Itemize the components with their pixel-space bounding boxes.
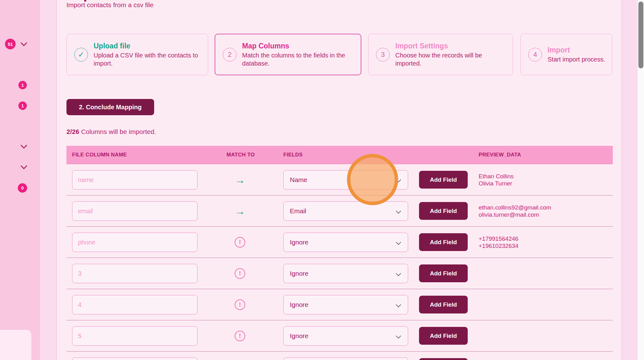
add-field-button[interactable]: Add Field: [419, 202, 468, 220]
arrow-right-icon: →: [235, 206, 245, 216]
bottom-left-panel: [0, 329, 32, 360]
file-column-name-input[interactable]: [72, 326, 198, 346]
table-row: →NameAdd FieldEthan CollinsOlivia Turner: [66, 164, 613, 195]
preview-line: Ethan Collins: [479, 173, 514, 180]
conclude-mapping-button[interactable]: 2. Conclude Mapping: [66, 99, 154, 115]
file-column-name-input[interactable]: [72, 233, 198, 252]
preview-line: ethan.collins92@gmail.com: [479, 204, 551, 211]
file-column-name-input[interactable]: [72, 264, 198, 283]
chevron-down-icon[interactable]: [21, 163, 27, 169]
warning-icon: !: [235, 299, 245, 310]
step-title: Upload file: [94, 42, 202, 50]
step-number-icon: 3: [376, 48, 390, 62]
field-select[interactable]: Ignore: [283, 264, 408, 283]
field-select-value: Ignore: [290, 239, 309, 246]
table-row: !IgnoreAdd Field: [66, 320, 613, 352]
table-row: !IgnoreAdd Field: [66, 289, 613, 320]
table-row: !IgnoreAdd Field+17991564246+19610232634: [66, 227, 613, 258]
header-fields: FIELDS: [283, 152, 303, 158]
chevron-down-icon[interactable]: [21, 142, 27, 149]
mapping-table-header: FILE COLUMN NAME MATCH TO FIELDS PREVIEW…: [66, 146, 613, 164]
table-row: !IgnoreAdd Field: [66, 258, 613, 289]
chevron-down-icon: [396, 177, 401, 183]
step-title: Map Columns: [242, 42, 355, 50]
field-select-value: Name: [290, 176, 307, 184]
import-wizard-panel: Import contacts Import contacts from a c…: [56, 0, 622, 360]
header-file-column-name: FILE COLUMN NAME: [72, 152, 127, 158]
chevron-down-icon: [396, 209, 401, 214]
columns-progress-text: 2/26Columns will be imported.: [66, 128, 156, 136]
field-select[interactable]: Email: [283, 201, 408, 221]
file-column-name-input[interactable]: [72, 170, 198, 190]
preview-data: ethan.collins92@gmail.comolivia.turner@m…: [479, 204, 551, 218]
sidebar-count-badge[interactable]: 51: [5, 39, 16, 49]
step-title: Import Settings: [395, 42, 507, 50]
page-subtitle: Import contacts from a csv file: [66, 1, 154, 9]
field-select[interactable]: [283, 358, 408, 360]
header-match-to: MATCH TO: [227, 152, 255, 158]
mapping-table-body: →NameAdd FieldEthan CollinsOlivia Turner…: [66, 164, 613, 360]
vertical-scrollbar[interactable]: [638, 0, 644, 360]
add-field-button[interactable]: Add Field: [419, 171, 468, 189]
preview-line: +17991564246: [479, 235, 518, 242]
field-select[interactable]: Ignore: [283, 326, 408, 346]
field-select-value: Email: [290, 207, 306, 215]
add-field-button[interactable]: Add Field: [419, 327, 468, 345]
field-select-value: Ignore: [290, 270, 309, 277]
step-description: Match the columns to the fields in the d…: [242, 51, 355, 67]
preview-line: olivia.turner@mail.com: [479, 211, 551, 218]
arrow-right-icon: →: [235, 175, 245, 185]
step-card-import[interactable]: 4 Import Start import process.: [520, 34, 612, 75]
add-field-button[interactable]: Add Field: [419, 233, 468, 251]
chevron-down-icon: [396, 333, 401, 339]
step-description: Choose how the records will be imported.: [395, 51, 507, 67]
check-icon: ✓: [74, 48, 88, 62]
field-select-value: Ignore: [290, 301, 309, 308]
match-warning-icon: !: [234, 298, 246, 311]
field-select[interactable]: Ignore: [283, 295, 408, 314]
preview-data: Ethan CollinsOlivia Turner: [479, 173, 514, 187]
sidebar-count-badge[interactable]: 0: [18, 183, 27, 193]
match-arrow-icon: →: [234, 205, 246, 217]
step-number-icon: 2: [223, 48, 237, 62]
field-select[interactable]: Ignore: [283, 233, 408, 252]
field-select-value: Ignore: [290, 332, 309, 340]
step-card-upload-file[interactable]: ✓ Upload file Upload a CSV file with the…: [66, 34, 208, 75]
warning-icon: !: [235, 237, 245, 248]
step-card-map-columns[interactable]: 2 Map Columns Match the columns to the f…: [215, 34, 361, 75]
step-number-icon: 4: [528, 48, 542, 62]
table-row: →EmailAdd Fieldethan.collins92@gmail.com…: [66, 195, 613, 227]
add-field-button[interactable]: Add Field: [419, 358, 468, 360]
field-select[interactable]: Name: [283, 170, 408, 190]
file-column-name-input[interactable]: [72, 295, 198, 314]
chevron-down-icon: [396, 302, 401, 308]
add-field-button[interactable]: Add Field: [419, 264, 468, 282]
preview-data: +17991564246+19610232634: [479, 235, 518, 249]
step-description: Start import process.: [548, 55, 605, 63]
header-preview-data: PREVIEW_DATA: [479, 152, 521, 158]
file-column-name-input[interactable]: [72, 201, 198, 221]
scrollbar-thumb[interactable]: [638, 2, 643, 68]
sidebar-count-badge[interactable]: 1: [18, 81, 27, 89]
step-title: Import: [548, 46, 605, 54]
table-row: Add Field: [66, 352, 613, 360]
sidebar-count-badge[interactable]: 1: [18, 101, 27, 110]
add-field-button[interactable]: Add Field: [419, 296, 468, 313]
match-warning-icon: !: [234, 267, 246, 280]
match-arrow-icon: →: [234, 174, 246, 186]
step-description: Upload a CSV file with the contacts to i…: [94, 51, 202, 67]
match-warning-icon: !: [234, 330, 246, 342]
chevron-down-icon[interactable]: [21, 40, 27, 46]
preview-line: +19610232634: [479, 242, 518, 249]
chevron-down-icon: [396, 271, 401, 276]
warning-icon: !: [235, 268, 245, 279]
preview-line: Olivia Turner: [479, 180, 514, 187]
file-column-name-input[interactable]: [72, 358, 198, 360]
match-warning-icon: !: [234, 236, 246, 249]
step-card-import-settings[interactable]: 3 Import Settings Choose how the records…: [368, 34, 513, 75]
columns-progress-count: 2/26: [66, 128, 79, 135]
left-sidebar: 51 1 1 0: [0, 0, 40, 360]
chevron-down-icon: [396, 240, 401, 245]
mapping-table: FILE COLUMN NAME MATCH TO FIELDS PREVIEW…: [66, 146, 613, 360]
warning-icon: !: [235, 331, 245, 341]
